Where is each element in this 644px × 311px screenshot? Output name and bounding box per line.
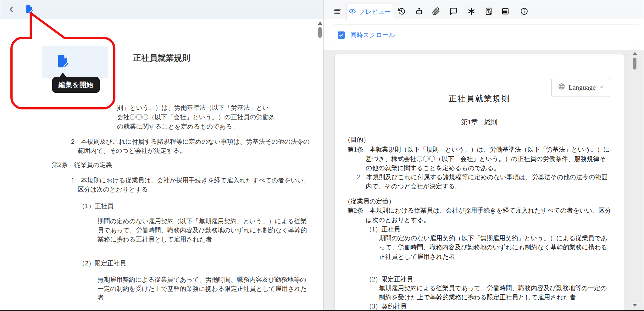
doc-text-line: 業務に携わる正社員として雇用された者 [97,235,212,243]
language-dropdown-label: Language [569,83,596,92]
preview-text-line: （2）限定正社員 [366,275,413,283]
preview-text-line: 無期雇用契約による従業員であって、労働時間、職務内容及び勤務地等の一定の [379,284,607,292]
document-edit-icon [56,54,69,69]
preview-text-line: （従業員の定義） [344,197,395,205]
preview-text-line: 第1条 本就業規則（以下「規則」という。）は、労働基準法（以下「労基法」という。… [347,146,610,153]
right-scrollbar-thumb[interactable] [633,58,636,69]
doc-text-line: 員であって、労働時間、職務内容及び勤務地のいずれにも制約なく基幹的 [97,226,307,234]
left-document-title: 正社員就業規則 [99,53,225,64]
doc-text-line: 1 本規則における従業員は、会社が採用手続きを経て雇入れたすべての者をいい、 [71,176,310,184]
paperclip-icon[interactable] [432,7,440,15]
robot-icon[interactable] [415,7,423,15]
chevron-left-icon [8,9,16,14]
doc-text-line: （2）限定正社員 [79,259,126,267]
preview-text-line: は次のとおりとする。 [366,216,430,224]
doc-text-line: 区分は次のとおりとする。 [78,185,154,193]
doc-text-line: 会社〇〇〇（以下「会社」という。）の正社員の労働条 [117,113,275,121]
right-scrollbar-up-arrow[interactable] [633,52,637,55]
history-icon[interactable] [397,7,406,15]
menu-lines-icon[interactable] [334,7,342,15]
doc-text-line: （1）正社員 [79,202,114,210]
preview-text-line: 期間の定めのない雇用契約（以下「無期雇用契約」という。）による従業員であ [379,234,607,242]
document-edit-icon [25,9,33,15]
preview-text-line: 2 本規則及びこれに付属する諸規程等に定めのない事項は、労基法その他の法令の範囲 [357,173,608,181]
doc-text-line: 無期雇用契約による従業員であって、労働時間、職務内容及び勤務地等の [97,275,306,284]
tab-preview[interactable]: プレビュー [347,3,393,20]
start-edit-tooltip: 編集を開始 [52,77,100,93]
chevron-down-icon [599,83,604,92]
sync-scroll-checkbox[interactable] [338,31,345,39]
doc-text-line: の就業に関することを定めるものである。 [117,122,239,131]
preview-document-title: 正社員就業規則 [335,93,624,104]
left-header-bar [0,0,323,19]
info-icon[interactable] [520,7,528,15]
start-edit-button[interactable] [25,4,33,14]
left-scrollbar-up-arrow[interactable] [318,21,322,25]
check-icon [339,32,344,38]
preview-text-line: （3）契約社員 [366,303,407,310]
doc-text-line: 期間の定めのない雇用契約（以下「無期雇用契約」という。）による従業 [97,217,307,225]
doc-text-line: 者 [97,293,104,302]
preview-text-line: って、労働時間、職務内容及び勤務地のいずれにも制約なく基幹的業務に携わる [379,243,608,251]
back-button[interactable] [8,5,16,14]
eye-icon [349,8,356,16]
doc-text-line: 則」という。）は、労働基準法（以下「労基法」とい [117,103,269,112]
doc-text-line: （3）契約社員 [79,309,120,311]
globe-icon [558,83,565,92]
preview-text-line: 基づき、株式会社〇〇〇（以下「会社」という。）の正社員の労働条件、服務規律そ [366,155,606,163]
doc-text-line: 範囲内で、そのつど会社が決定する。 [78,147,186,155]
asterisk-icon[interactable] [467,7,475,15]
app-window: 正社員就業規則 則」という。）は、労働基準法（以下「労基法」とい 会社〇〇〇（以… [0,0,644,311]
doc-text-line: 2 本規則及びこれに付属する諸規程等に定めのない事項は、労基法その他の法令の [71,137,310,146]
preview-chapter-heading: 第1章 総則 [335,118,624,126]
doc-text-line: 一定の制約を受けた上で基幹的業務に携わる限定正社員として雇用された [97,285,307,293]
preview-text-line: （1）正社員 [366,225,400,233]
tab-preview-label: プレビュー [359,8,391,16]
annotation-zoomed-button-panel [42,46,108,78]
panel-divider [323,0,324,311]
preview-text-line: 制約を受けた上で基幹的業務に携わる限定正社員として雇用された者 [379,293,576,301]
preview-text-line: 正社員として雇用された者 [379,253,455,261]
preview-text-line: （目的） [344,136,369,144]
comment-icon[interactable] [449,7,458,15]
sync-scroll-label[interactable]: 同時スクロール [350,31,395,39]
sync-scroll-box: 同時スクロール [333,25,640,45]
left-scrollbar-thumb[interactable] [318,27,322,38]
doc-text-line: 第2条 従業員の定義 [52,161,112,169]
list-icon[interactable] [501,7,509,15]
preview-text-line: の他の就業に関することを定めるものである。 [366,164,500,172]
document-search-icon[interactable] [485,7,493,15]
preview-text-line: 第2条 本規則における従業員は、会社が採用手続きを経て雇入れたすべての者をいい、… [347,207,611,214]
preview-text-line: 内で、そのつど会社が決定する。 [366,182,461,190]
right-scrollbar-down-arrow[interactable] [633,304,637,307]
